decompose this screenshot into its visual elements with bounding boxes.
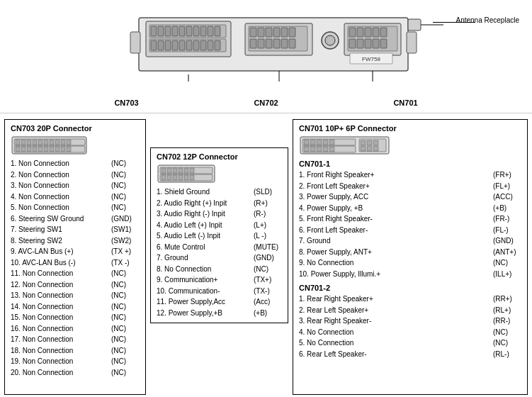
svg-rect-5 <box>158 26 164 36</box>
connector-image: FW758 <box>0 4 532 89</box>
svg-rect-73 <box>67 140 71 145</box>
svg-rect-37 <box>289 39 295 48</box>
pin-name: 9. No Connection <box>299 257 490 269</box>
pin-name: 17. Non Connection <box>11 334 108 345</box>
svg-rect-44 <box>365 28 371 37</box>
svg-rect-103 <box>310 140 315 145</box>
svg-rect-68 <box>38 140 43 145</box>
table-row: 1. Shield Ground(SLD) <box>157 186 282 198</box>
pin-code: (L+) <box>254 220 282 231</box>
cn703-pin-list: 1. Non Connection(NC)2. Non Connection(N… <box>11 158 140 378</box>
svg-rect-118 <box>373 146 378 151</box>
table-row: 1. Rear Right Speaker+(RR+) <box>299 293 521 305</box>
pin-name: 6. Front Left Speaker- <box>299 225 490 236</box>
connector-svg: FW758 <box>82 11 451 82</box>
pin-code: (NC) <box>493 337 521 349</box>
svg-rect-117 <box>367 146 372 151</box>
pin-code: (SW2) <box>111 235 140 247</box>
table-row: 9. AVC-LAN Bus (+)(TX +) <box>11 246 140 257</box>
svg-rect-27 <box>258 28 264 37</box>
table-row: 3. Power Supply, ACC(ACC) <box>299 191 521 203</box>
svg-rect-33 <box>258 39 264 48</box>
svg-rect-90 <box>179 168 183 173</box>
pin-code: (NC) <box>111 356 140 367</box>
svg-rect-64 <box>16 140 20 145</box>
cn701-1-pin-list: 1. Front Right Speaker+(FR+)2. Front Lef… <box>299 169 521 279</box>
table-row: 20. Non Connection(NC) <box>11 367 140 379</box>
svg-rect-92 <box>190 168 194 173</box>
table-row: 3. Rear Right Speaker-(RR-) <box>299 315 521 327</box>
pin-name: 6. Rear Left Speaker- <box>299 349 490 360</box>
svg-rect-72 <box>61 140 65 145</box>
cn701-panel: CN701 10P+ 6P Connector CN701-1 <box>293 119 528 395</box>
svg-rect-83 <box>67 147 71 152</box>
table-row: 9. No Connection(NC) <box>299 257 521 269</box>
svg-rect-91 <box>184 168 188 173</box>
svg-rect-9 <box>186 26 192 36</box>
pin-code: (GND) <box>493 235 521 247</box>
pin-name: 7. Ground <box>299 235 490 247</box>
table-row: 4. Non Connection(NC) <box>11 191 140 203</box>
svg-rect-35 <box>273 39 280 48</box>
table-row: 6. Front Left Speaker-(FL-) <box>299 225 521 236</box>
pin-name: 10. Communication- <box>157 286 251 297</box>
cn701-1-title: CN701-1 <box>299 160 521 168</box>
svg-rect-10 <box>193 26 199 36</box>
cn702-mini-connector <box>157 164 217 184</box>
pin-code: (Acc) <box>254 296 282 308</box>
svg-rect-32 <box>250 39 256 48</box>
pin-name: 9. AVC-LAN Bus (+) <box>11 246 108 257</box>
svg-rect-82 <box>61 147 65 152</box>
svg-rect-11 <box>200 26 206 36</box>
pin-code: (ILL+) <box>493 269 521 280</box>
pin-code: (NC) <box>493 327 521 338</box>
cn702-title: CN702 12P Connector <box>157 152 282 161</box>
pin-name: 4. Non Connection <box>11 191 108 203</box>
svg-rect-116 <box>361 146 366 151</box>
pin-name: 4. Audio Left (+) Inpit <box>157 220 251 231</box>
svg-rect-98 <box>190 175 194 180</box>
table-row: 12. Non Connection(NC) <box>11 279 140 291</box>
pin-code: (NC) <box>111 323 140 335</box>
pin-name: 20. Non Connection <box>11 367 108 379</box>
table-row: 19. Non Connection(NC) <box>11 356 140 367</box>
svg-rect-36 <box>281 39 288 48</box>
svg-rect-110 <box>323 147 328 152</box>
pin-name: 2. Front Left Speaker+ <box>299 181 490 192</box>
svg-rect-14 <box>151 40 157 50</box>
pin-name: 11. Power Supply,Acc <box>157 296 251 308</box>
table-row: 6. Mute Control(MUTE) <box>157 242 282 253</box>
pin-name: 5. Non Connection <box>11 202 108 213</box>
pin-name: 5. No Connection <box>299 337 490 349</box>
svg-rect-23 <box>215 40 220 50</box>
svg-rect-47 <box>349 39 356 48</box>
svg-rect-89 <box>173 168 177 173</box>
svg-rect-111 <box>329 147 334 152</box>
svg-rect-108 <box>310 147 315 152</box>
table-row: 4. Power Supply, +B(+B) <box>299 203 521 214</box>
table-row: 5. Audio Left (-) Inpit(L -) <box>157 230 282 242</box>
svg-rect-74 <box>16 147 20 152</box>
table-row: 9. Communication+(TX+) <box>157 274 282 286</box>
table-row: 2. Non Connection(NC) <box>11 169 140 181</box>
table-row: 13. Non Connection(NC) <box>11 290 140 301</box>
svg-rect-65 <box>21 140 26 145</box>
svg-rect-18 <box>179 40 185 50</box>
svg-rect-97 <box>184 175 188 180</box>
pin-code: (FR-) <box>493 213 521 225</box>
svg-rect-20 <box>193 40 199 50</box>
svg-rect-70 <box>50 140 54 145</box>
svg-rect-12 <box>208 26 213 36</box>
pin-name: 5. Audio Left (-) Inpit <box>157 230 251 242</box>
svg-rect-76 <box>27 147 31 152</box>
pin-name: 9. Communication+ <box>157 274 251 286</box>
cn701-title: CN701 10P+ 6P Connector <box>299 124 521 133</box>
svg-rect-15 <box>158 40 164 50</box>
svg-rect-6 <box>165 26 171 36</box>
pin-code: (NC) <box>111 334 140 345</box>
svg-rect-19 <box>186 40 192 50</box>
svg-rect-69 <box>44 140 48 145</box>
cn701-2-pin-list: 1. Rear Right Speaker+(RR+)2. Rear Left … <box>299 293 521 359</box>
cn702-pin-list: 1. Shield Ground(SLD)2. Audio Right (+) … <box>157 186 282 318</box>
svg-rect-49 <box>365 39 371 48</box>
